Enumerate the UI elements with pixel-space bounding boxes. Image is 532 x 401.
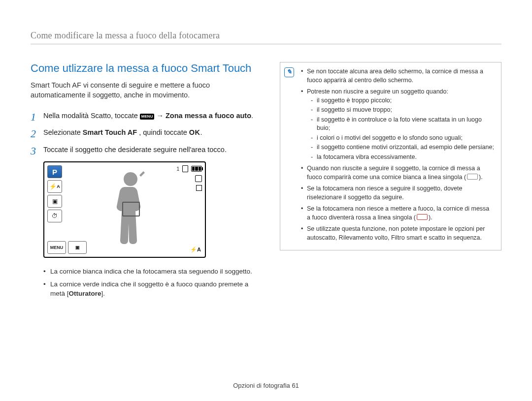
- running-header: Come modificare la messa a fuoco della f…: [31, 31, 501, 44]
- ok-icon: OK: [189, 128, 200, 136]
- note-5: Se la fotocamera non riesce a mettere a …: [301, 205, 494, 222]
- sub-bullet-1: La cornice bianca indica che la fotocame…: [43, 267, 262, 277]
- note-2a: il soggetto è troppo piccolo;: [311, 96, 494, 105]
- step1-bold: Zona messa a fuoco auto: [166, 112, 251, 120]
- step2-text-a: Selezionate: [43, 128, 83, 136]
- battery-icon: [191, 166, 202, 172]
- note-3a: Quando non riuscite a seguire il soggett…: [307, 165, 480, 181]
- menu-icon: MENU: [140, 114, 155, 120]
- left-column: Come utlizzare la messa a fuoco Smart To…: [31, 62, 262, 302]
- status-icons: 1: [176, 165, 202, 191]
- step1-text-a: Nella modalità Scatto, toccate: [43, 112, 140, 120]
- step-3: Toccate il soggetto che desiderate segui…: [31, 145, 262, 154]
- sub-bullet-2-bold: Otturatore: [69, 290, 101, 297]
- note-4: Se la fotocamera non riesce a seguire il…: [301, 185, 494, 202]
- note-icon: ✎: [284, 67, 294, 77]
- step2-text-c: .: [200, 128, 202, 136]
- note-3: Quando non riuscite a seguire il soggett…: [301, 164, 494, 182]
- sd-card-icon: [182, 165, 188, 172]
- shot-counter: 1: [176, 166, 179, 172]
- flash-status-icon: ⚡A: [190, 247, 201, 253]
- page-number: 61: [292, 382, 299, 389]
- red-frame-icon: [417, 214, 428, 220]
- focus-frame-icon: [122, 202, 140, 216]
- step-1: Nella modalità Scatto, toccate MENU → Zo…: [31, 111, 262, 121]
- note-2-lead: Potreste non riuscire a seguire un sogge…: [307, 88, 448, 95]
- sub-bullet-2b: ].: [101, 290, 105, 297]
- note-box: ✎ Se non toccate alcuna area dello scher…: [280, 62, 501, 250]
- sub-bullet-list: La cornice bianca indica che la fotocame…: [43, 267, 262, 299]
- note-5b: ).: [429, 214, 432, 221]
- focus-mode-icon: ▣: [47, 195, 62, 208]
- sub-bullet-2: La cornice verde indica che il soggetto …: [43, 279, 262, 299]
- right-column: ✎ Se non toccate alcuna area dello scher…: [280, 62, 501, 302]
- note-2f: la fotocamera vibra eccessivamente.: [311, 153, 494, 162]
- camera-screen-illustration: P ⚡A ▣ ⏱ MENU ▣ 1: [43, 161, 206, 258]
- mode-p-icon: P: [47, 165, 62, 178]
- flash-auto-icon: ⚡A: [47, 180, 62, 193]
- display-mode-icon: ▣: [68, 241, 87, 254]
- step1-text-b: →: [156, 112, 166, 120]
- step-2: Selezionate Smart Touch AF , quindi tocc…: [31, 127, 262, 137]
- note-2c: il soggetto è in controluce o la foto vi…: [311, 116, 494, 133]
- steps-list: Nella modalità Scatto, toccate MENU → Zo…: [31, 111, 262, 154]
- footer-section: Opzioni di fotografia: [233, 382, 292, 389]
- note-1: Se non toccate alcuna area dello schermo…: [301, 67, 494, 85]
- size-icon: [196, 185, 202, 191]
- step2-text-b: , quindi toccate: [139, 128, 189, 136]
- note-5a: Se la fotocamera non riesce a mettere a …: [307, 205, 489, 221]
- white-frame-icon: [467, 174, 478, 180]
- note-2: Potreste non riuscire a seguire un sogge…: [301, 88, 494, 161]
- note-6: Se utilizzate questa funzione, non potet…: [301, 225, 494, 242]
- quality-icon: [195, 175, 202, 182]
- section-heading: Come utlizzare la messa a fuoco Smart To…: [31, 62, 262, 75]
- menu-button-icon: MENU: [47, 241, 66, 254]
- note-2d: i colori o i motivi del soggetto e lo sf…: [311, 134, 494, 143]
- step1-text-c: .: [251, 112, 253, 120]
- note-2e: il soggetto contiene motivi orizzontali,…: [311, 143, 494, 152]
- intro-paragraph: Smart Touch AF vi consente di seguire e …: [31, 81, 262, 100]
- page-footer: Opzioni di fotografia 61: [0, 382, 532, 389]
- note-3b: ).: [479, 174, 483, 181]
- step2-bold: Smart Touch AF: [83, 128, 137, 136]
- timer-icon: ⏱: [47, 210, 62, 222]
- note-2b: il soggetto si muove troppo;: [311, 106, 494, 115]
